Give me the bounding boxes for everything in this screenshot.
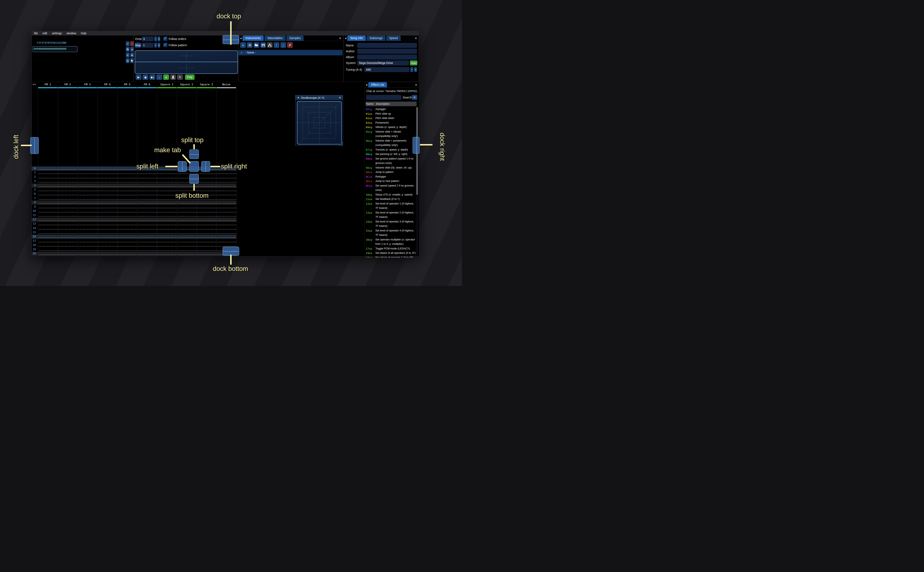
order-edit-mode-button[interactable] xyxy=(130,58,134,63)
menu-item-help[interactable]: help xyxy=(78,31,89,35)
channel-header-square-2[interactable]: Square 2 xyxy=(177,83,197,86)
effect-row[interactable]: 03xxPortamento xyxy=(366,121,417,125)
order-cell[interactable]: 00 xyxy=(63,47,66,50)
resize-grip[interactable] xyxy=(339,141,343,145)
tab-samples[interactable]: Samples xyxy=(287,36,304,41)
order-cell[interactable]: 00 xyxy=(46,47,48,50)
effect-row[interactable]: 0BxxJump to pattern xyxy=(366,170,417,174)
pattern-row[interactable]: 12 xyxy=(32,218,236,222)
menu-item-settings[interactable]: settings xyxy=(49,31,64,35)
dock-split-top-target[interactable] xyxy=(189,149,199,159)
effect-row[interactable]: 14xxSet level of operator 3 (0 highest, … xyxy=(366,219,417,228)
pattern-row[interactable]: 13 xyxy=(32,222,236,226)
pattern-row[interactable]: 20 xyxy=(32,252,236,256)
effect-row[interactable]: 15xxSet level of operator 4 (0 highest, … xyxy=(366,228,417,238)
step-input[interactable]: 1 xyxy=(142,43,154,48)
pattern-row[interactable]: 9 xyxy=(32,205,236,209)
tab-instruments[interactable]: Instruments xyxy=(243,36,263,41)
hamburger-menu-icon[interactable]: ≡ xyxy=(412,95,417,100)
pattern-row[interactable]: 18 xyxy=(32,243,236,247)
tuning-plus-button[interactable]: + xyxy=(414,67,417,72)
play-row-button[interactable]: ▶| xyxy=(150,75,155,80)
effect-row[interactable]: 0FxxSet speed (speed 2 if no grooves exi… xyxy=(366,183,417,193)
effect-row[interactable]: 04xyVibrato (x: speed; y: depth) xyxy=(366,125,417,130)
move-order-down-button[interactable]: ∨ xyxy=(126,53,129,58)
pattern-row[interactable]: 2 xyxy=(32,175,236,179)
move-instrument-up-button[interactable]: ↑ xyxy=(274,42,279,48)
save-instrument-button[interactable] xyxy=(260,42,266,48)
tab-wavetables[interactable]: Wavetables xyxy=(265,36,286,41)
step-chip[interactable]: Step xyxy=(135,43,141,48)
effect-row[interactable]: 0AxyVolume slide (0y: down; x0: up) xyxy=(366,166,417,170)
effect-search-input[interactable] xyxy=(366,95,401,100)
duplicate-end-button[interactable]: ⇊ xyxy=(130,53,134,58)
play-pattern-button[interactable]: ◉ xyxy=(142,75,148,80)
effect-row[interactable]: 09xxSet groove pattern (speed 1 if no gr… xyxy=(366,157,417,166)
pattern-row[interactable]: 5 xyxy=(32,188,236,192)
octave-input[interactable]: 3 xyxy=(142,36,154,41)
order-cell[interactable]: 00 xyxy=(55,47,58,50)
dock-split-right-target[interactable] xyxy=(201,161,210,172)
effect-row[interactable]: 11xxSet feedback (0 to 7) xyxy=(366,197,417,202)
duplicate-order-button[interactable]: ⧉ xyxy=(126,47,129,52)
order-cell[interactable]: 00 xyxy=(48,47,51,50)
effect-row[interactable]: 07xyTremolo (x: speed; y: depth) xyxy=(366,148,417,152)
dock-bottom-target[interactable] xyxy=(223,247,239,256)
tab-song-info[interactable]: Song Info xyxy=(347,36,366,41)
channel-header-fm-4[interactable]: FM 4 xyxy=(97,83,117,86)
change-all-orders-button[interactable]: ⊘ xyxy=(126,58,129,63)
effect-row[interactable]: 12xxSet level of operator 1 (0 highest, … xyxy=(366,202,417,210)
instrument-list-item[interactable]: ○ - None - xyxy=(238,50,343,55)
octave-minus-button[interactable]: - xyxy=(154,36,157,41)
author-input[interactable] xyxy=(357,49,417,54)
effect-row[interactable]: 06xyVolume slide + portamento (compatibi… xyxy=(366,138,417,148)
close-icon[interactable]: × xyxy=(339,96,341,99)
effect-row[interactable]: 05xyVolume slide + vibrato (compatibilit… xyxy=(366,130,417,138)
add-order-button[interactable]: + xyxy=(126,41,129,46)
tuning-input[interactable]: 440 xyxy=(364,67,410,72)
collapse-icon[interactable]: ▼ xyxy=(366,84,368,87)
effect-row[interactable]: 01xxPitch slide up xyxy=(366,112,417,116)
name-input[interactable] xyxy=(357,43,417,48)
pattern-row[interactable]: 4 xyxy=(32,183,236,188)
collapse-icon[interactable]: ▼ xyxy=(344,37,347,40)
effect-row[interactable]: 1AxxSet attack of operator 1 (0 to 1F) xyxy=(366,255,417,258)
collapse-icon[interactable]: ▼ xyxy=(297,96,299,99)
open-instrument-button[interactable] xyxy=(254,42,259,48)
effect-row[interactable]: 0CxxRetrigger xyxy=(366,174,417,179)
duplicate-instrument-button[interactable]: ⧉ xyxy=(247,42,252,48)
tab-effect-list[interactable]: Effect List xyxy=(368,82,387,87)
dock-right-target[interactable] xyxy=(413,137,419,154)
effect-list-rows[interactable]: 00xyArpeggio01xxPitch slide up02xxPitch … xyxy=(366,107,417,258)
close-icon[interactable]: × xyxy=(339,36,341,40)
order-row-number[interactable]: 00 xyxy=(34,47,37,50)
order-cell[interactable]: 00 xyxy=(40,47,43,50)
channel-header-noise[interactable]: Noise xyxy=(217,83,236,86)
effect-row[interactable]: 02xxPitch slide down xyxy=(366,116,417,121)
order-cell[interactable]: 00 xyxy=(43,47,46,50)
order-cell[interactable]: 00 xyxy=(52,47,55,50)
channel-header-fm-3[interactable]: FM 3 xyxy=(78,83,98,86)
menu-item-edit[interactable]: edit xyxy=(40,31,50,35)
play-button[interactable]: ▶ xyxy=(136,75,142,80)
effect-row[interactable]: 0DxxJump to next pattern xyxy=(366,179,417,183)
move-instrument-down-button[interactable]: ↓ xyxy=(280,42,286,48)
effect-row[interactable]: 08xySet panning (x: left; y: right) xyxy=(366,152,417,157)
pattern-row[interactable]: 16 xyxy=(32,235,236,239)
effect-row[interactable]: 16xySet operator multiplier (x: operator… xyxy=(366,238,417,247)
tab-speed[interactable]: Speed xyxy=(386,36,400,41)
order-cell[interactable]: 00 xyxy=(37,47,40,50)
pattern-row[interactable]: 17 xyxy=(32,239,236,243)
tuning-minus-button[interactable]: - xyxy=(410,67,413,72)
pattern-row[interactable]: 19 xyxy=(32,247,236,252)
auto-system-button[interactable]: Auto xyxy=(410,61,418,65)
channel-header-fm-5[interactable]: FM 5 xyxy=(117,83,137,86)
record-button[interactable]: ● xyxy=(163,75,169,80)
close-icon[interactable]: × xyxy=(415,83,417,87)
add-instrument-button[interactable]: + xyxy=(240,42,246,48)
follow-pattern-checkbox[interactable] xyxy=(163,43,167,47)
channel-header-fm-1[interactable]: FM 1 xyxy=(38,83,58,86)
close-icon[interactable]: × xyxy=(415,36,417,40)
channel-header-fm-2[interactable]: FM 2 xyxy=(58,83,78,86)
pattern-row[interactable]: 15 xyxy=(32,230,236,235)
